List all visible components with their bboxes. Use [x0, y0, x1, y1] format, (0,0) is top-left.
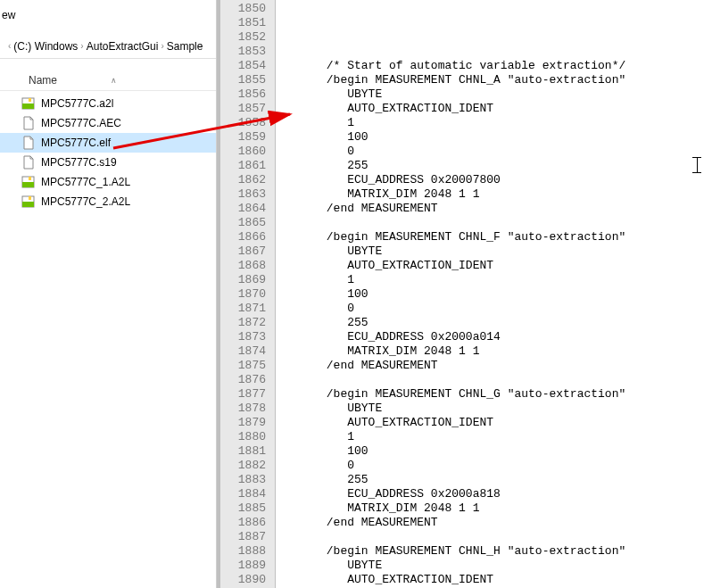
line-number: 1851: [220, 16, 275, 30]
file-name: MPC5777C.a2l: [41, 97, 113, 110]
line-number: 1853: [220, 45, 275, 59]
code-line[interactable]: /begin MEASUREMENT CHNL_A "auto-extracti…: [285, 73, 712, 87]
line-number: 1888: [220, 544, 275, 559]
line-number: 1860: [220, 145, 275, 159]
code-line[interactable]: 255: [285, 316, 712, 330]
breadcrumb[interactable]: ‹ (C:) Windows › AutoExtractGui › Sample: [0, 34, 216, 59]
code-line[interactable]: [285, 216, 712, 230]
file-row[interactable]: MPC5777C.a2l: [0, 94, 216, 113]
line-number: 1875: [220, 359, 275, 373]
code-line[interactable]: AUTO_EXTRACTION_IDENT: [285, 573, 712, 587]
file-name: MPC5777C_1.A2L: [41, 176, 130, 188]
file-explorer-pane: ew ‹ (C:) Windows › AutoExtractGui › Sam…: [0, 0, 217, 588]
a2l-file-icon: [21, 96, 36, 111]
line-number: 1866: [220, 230, 275, 244]
chevron-right-icon: ›: [78, 41, 86, 51]
code-line[interactable]: ECU_ADDRESS 0x2000a014: [285, 330, 712, 344]
svg-rect-4: [22, 182, 34, 187]
code-line[interactable]: 100: [285, 130, 712, 145]
code-line[interactable]: UBYTE: [285, 244, 712, 259]
code-line[interactable]: 255: [285, 473, 712, 487]
line-number: 1885: [220, 501, 275, 516]
code-line[interactable]: 100: [285, 444, 712, 459]
document-file-icon: [21, 116, 36, 130]
code-editor-pane: 1850185118521853185418551856185718581859…: [217, 0, 712, 588]
chevron-left-icon[interactable]: ‹: [5, 41, 13, 51]
code-line[interactable]: 1: [285, 430, 712, 444]
line-number: 1889: [220, 559, 275, 573]
code-line[interactable]: /end MEASUREMENT: [285, 202, 712, 216]
code-line[interactable]: [285, 30, 712, 45]
column-header-label: Name: [29, 74, 57, 87]
code-line[interactable]: 100: [285, 287, 712, 302]
code-line[interactable]: ECU_ADDRESS 0x2000a818: [285, 487, 712, 501]
code-line[interactable]: MATRIX_DIM 2048 1 1: [285, 187, 712, 202]
code-line[interactable]: /begin MEASUREMENT CHNL_F "auto-extracti…: [285, 230, 712, 244]
code-line[interactable]: /end MEASUREMENT: [285, 359, 712, 373]
line-number: 1859: [220, 130, 275, 145]
line-number: 1863: [220, 187, 275, 202]
file-name: MPC5777C_2.A2L: [41, 195, 130, 208]
file-name: MPC5777C.s19: [41, 156, 117, 169]
line-number: 1880: [220, 430, 275, 444]
code-line[interactable]: [285, 373, 712, 387]
code-line[interactable]: ECU_ADDRESS 0x20007800: [285, 173, 712, 187]
line-number: 1865: [220, 216, 275, 230]
code-line[interactable]: AUTO_EXTRACTION_IDENT: [285, 416, 712, 430]
code-line[interactable]: 0: [285, 145, 712, 159]
svg-rect-7: [22, 202, 34, 207]
code-area[interactable]: /* Start of automatic variable extractio…: [276, 0, 712, 588]
code-line[interactable]: 1: [285, 273, 712, 287]
breadcrumb-part[interactable]: (C:) Windows: [13, 40, 78, 53]
svg-rect-2: [29, 98, 31, 102]
breadcrumb-part[interactable]: AutoExtractGui: [87, 40, 159, 53]
code-line[interactable]: /end MEASUREMENT: [285, 516, 712, 530]
file-row[interactable]: MPC5777C.AEC: [0, 113, 216, 133]
line-number: 1890: [220, 573, 275, 587]
code-line[interactable]: 255: [285, 159, 712, 173]
line-number: 1857: [220, 102, 275, 116]
code-line[interactable]: 0: [285, 459, 712, 473]
line-number: 1877: [220, 387, 275, 402]
line-number: 1871: [220, 302, 275, 316]
code-line[interactable]: UBYTE: [285, 87, 712, 102]
line-number: 1883: [220, 473, 275, 487]
code-line[interactable]: /begin MEASUREMENT CHNL_G "auto-extracti…: [285, 387, 712, 402]
code-line[interactable]: 0: [285, 302, 712, 316]
line-number: 1867: [220, 244, 275, 259]
file-row[interactable]: MPC5777C.elf: [0, 133, 216, 153]
file-row[interactable]: MPC5777C_1.A2L: [0, 172, 216, 192]
chevron-right-icon: ›: [158, 41, 166, 51]
explorer-tab[interactable]: ew: [2, 9, 15, 21]
line-number: 1850: [220, 2, 275, 16]
line-number: 1879: [220, 416, 275, 430]
code-line[interactable]: UBYTE: [285, 402, 712, 416]
line-number: 1887: [220, 530, 275, 544]
code-line[interactable]: AUTO_EXTRACTION_IDENT: [285, 102, 712, 116]
code-line[interactable]: UBYTE: [285, 559, 712, 573]
line-number: 1884: [220, 487, 275, 501]
file-row[interactable]: MPC5777C_2.A2L: [0, 192, 216, 211]
document-file-icon: [21, 155, 36, 170]
file-row[interactable]: MPC5777C.s19: [0, 153, 216, 172]
line-number: 1873: [220, 330, 275, 344]
code-line[interactable]: MATRIX_DIM 2048 1 1: [285, 344, 712, 359]
code-line[interactable]: [285, 530, 712, 544]
line-number: 1878: [220, 402, 275, 416]
line-number: 1854: [220, 59, 275, 73]
code-line[interactable]: [285, 45, 712, 59]
line-number: 1886: [220, 516, 275, 530]
code-line[interactable]: MATRIX_DIM 2048 1 1: [285, 501, 712, 516]
code-line[interactable]: /begin MEASUREMENT CHNL_H "auto-extracti…: [285, 544, 712, 559]
a2l-file-icon: [21, 175, 36, 189]
code-line[interactable]: /* Start of automatic variable extractio…: [285, 59, 712, 73]
line-number: 1870: [220, 287, 275, 302]
code-line[interactable]: 1: [285, 116, 712, 130]
file-name: MPC5777C.elf: [41, 137, 111, 149]
breadcrumb-part[interactable]: Sample: [167, 40, 203, 53]
line-number: 1855: [220, 73, 275, 87]
file-name: MPC5777C.AEC: [41, 117, 121, 129]
a2l-file-icon: [21, 195, 36, 209]
column-header-name[interactable]: Name ∧: [0, 70, 216, 91]
code-line[interactable]: AUTO_EXTRACTION_IDENT: [285, 259, 712, 273]
